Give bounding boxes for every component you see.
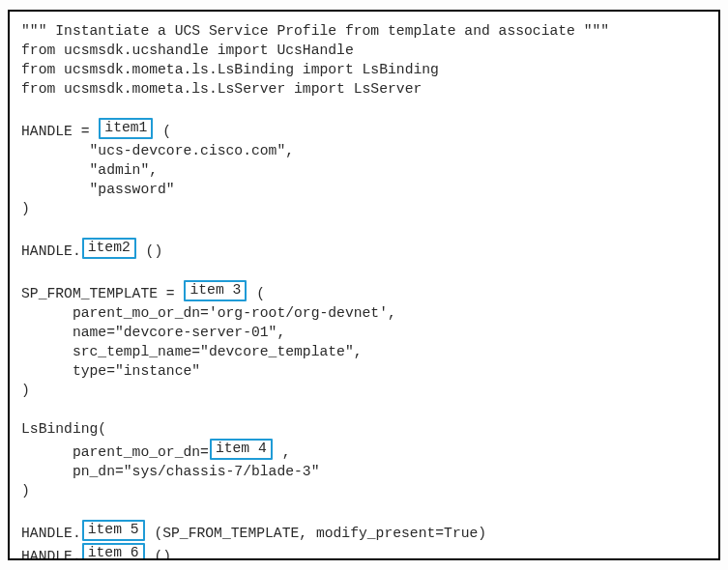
code-line: "ucs-devcore.cisco.com", (21, 143, 294, 158)
blank-item-4[interactable]: item 4 (210, 439, 273, 460)
code-line: ) (21, 383, 30, 398)
code-line: type="instance" (21, 363, 200, 379)
code-fragment: HANDLE. (21, 549, 81, 560)
code-fragment: , (282, 444, 291, 460)
code-block: """ Instantiate a UCS Service Profile fr… (8, 10, 720, 560)
code-line: ) (21, 483, 30, 499)
code-fragment: ( (162, 124, 171, 139)
blank-item-1[interactable]: item1 (99, 118, 153, 139)
code-line: pn_dn="sys/chassis-7/blade-3" (21, 464, 320, 479)
code-line: "password" (21, 182, 175, 197)
code-line: LsBinding( (21, 421, 106, 437)
code-line: src_templ_name="devcore_template", (21, 344, 363, 359)
code-line: ) (21, 201, 30, 216)
code-fragment: () (154, 549, 171, 560)
blank-item-2[interactable]: item2 (82, 238, 136, 259)
blank-item-3[interactable]: item 3 (184, 280, 247, 301)
blank-item-5[interactable]: item 5 (82, 520, 145, 541)
code-fragment: ( (256, 286, 265, 301)
code-line: from ucsmsdk.ucshandle import UcsHandle (21, 43, 354, 58)
code-line: from ucsmsdk.mometa.ls.LsBinding import … (21, 62, 439, 77)
page-frame: """ Instantiate a UCS Service Profile fr… (0, 0, 728, 570)
code-fragment: SP_FROM_TEMPLATE = (21, 286, 175, 301)
code-fragment: () (146, 243, 163, 259)
code-line: name="devcore-server-01", (21, 325, 285, 340)
code-fragment: HANDLE. (21, 243, 81, 259)
code-line: parent_mo_or_dn='org-root/org-devnet', (21, 305, 396, 321)
code-line: from ucsmsdk.mometa.ls.LsServer import L… (21, 81, 422, 97)
code-fragment: parent_mo_or_dn= (21, 444, 209, 460)
blank-item-6[interactable]: item 6 (82, 543, 145, 560)
code-line: """ Instantiate a UCS Service Profile fr… (21, 23, 609, 39)
code-fragment: (SP_FROM_TEMPLATE, modify_present=True) (154, 526, 486, 541)
code-fragment: HANDLE. (21, 526, 81, 541)
code-fragment: HANDLE = (21, 124, 90, 139)
code-line: "admin", (21, 162, 158, 178)
